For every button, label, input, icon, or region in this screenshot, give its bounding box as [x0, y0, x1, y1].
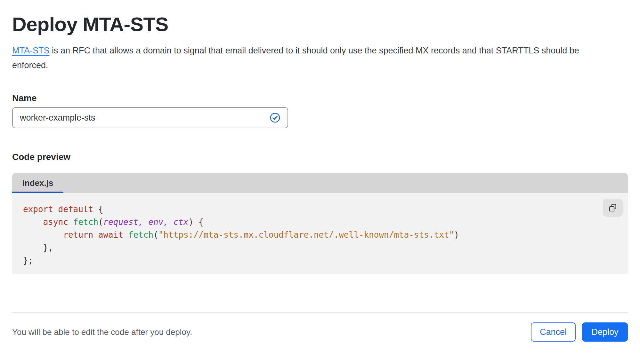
description-text: MTA-STS is an RFC that allows a domain t… — [12, 43, 592, 73]
code-preview-panel: index.js export default { async fetch(re… — [12, 173, 628, 274]
code-content: export default { async fetch(request, en… — [23, 203, 609, 267]
description-body: is an RFC that allows a domain to signal… — [12, 46, 579, 70]
footer-actions: Cancel Deploy — [531, 322, 628, 342]
code-line: }, — [23, 241, 609, 254]
name-input-container — [12, 107, 288, 128]
footer-divider — [12, 312, 628, 313]
footer-bar: You will be able to edit the code after … — [12, 322, 628, 342]
name-input[interactable] — [20, 113, 270, 123]
code-editor-area: export default { async fetch(request, en… — [12, 193, 628, 274]
code-tab-bar: index.js — [12, 173, 628, 193]
footer-note: You will be able to edit the code after … — [12, 327, 192, 337]
deploy-button[interactable]: Deploy — [582, 322, 628, 342]
check-circle-icon — [270, 112, 280, 123]
code-line: async fetch(request, env, ctx) { — [23, 216, 609, 228]
name-label: Name — [12, 93, 628, 103]
code-line: export default { — [23, 203, 609, 216]
page-title: Deploy MTA-STS — [12, 13, 628, 36]
cancel-button[interactable]: Cancel — [531, 322, 576, 342]
copy-icon — [608, 203, 618, 213]
tab-label: index.js — [22, 178, 53, 188]
code-line: }; — [23, 254, 609, 267]
code-preview-label: Code preview — [12, 152, 628, 162]
code-line: return await fetch("https://mta-sts.mx.c… — [23, 228, 609, 241]
copy-code-button[interactable] — [603, 199, 623, 217]
deploy-mta-sts-page: Deploy MTA-STS MTA-STS is an RFC that al… — [0, 0, 640, 342]
mta-sts-link[interactable]: MTA-STS — [12, 46, 50, 55]
tab-index-js[interactable]: index.js — [12, 173, 63, 193]
